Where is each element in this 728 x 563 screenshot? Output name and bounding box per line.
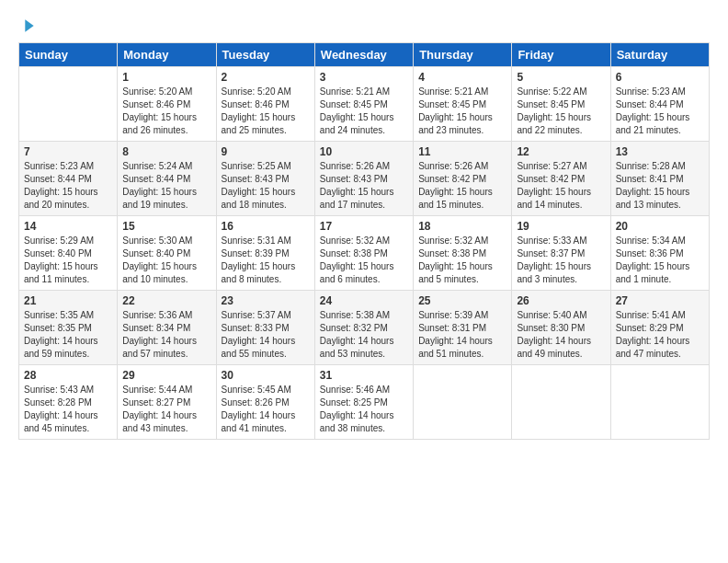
day-info: Sunrise: 5:23 AM Sunset: 8:44 PM Dayligh… — [24, 160, 112, 212]
day-info: Sunrise: 5:43 AM Sunset: 8:28 PM Dayligh… — [24, 384, 112, 435]
day-info: Sunrise: 5:36 AM Sunset: 8:34 PM Dayligh… — [122, 309, 210, 361]
day-info: Sunrise: 5:46 AM Sunset: 8:25 PM Dayligh… — [320, 384, 408, 435]
col-thursday: Thursday — [414, 43, 512, 67]
day-info: Sunrise: 5:40 AM Sunset: 8:30 PM Dayligh… — [517, 309, 605, 361]
day-number: 10 — [320, 145, 408, 158]
table-row: 24Sunrise: 5:38 AM Sunset: 8:32 PM Dayli… — [314, 291, 413, 365]
day-number: 25 — [418, 294, 506, 307]
table-row — [610, 365, 709, 440]
table-row — [512, 365, 610, 440]
table-row: 11Sunrise: 5:26 AM Sunset: 8:42 PM Dayli… — [414, 142, 512, 216]
table-row: 28Sunrise: 5:43 AM Sunset: 8:28 PM Dayli… — [19, 365, 118, 440]
day-number: 5 — [517, 71, 605, 84]
day-info: Sunrise: 5:32 AM Sunset: 8:38 PM Dayligh… — [320, 235, 408, 286]
svg-marker-0 — [25, 19, 33, 31]
day-info: Sunrise: 5:39 AM Sunset: 8:31 PM Dayligh… — [418, 309, 506, 361]
day-number: 24 — [320, 294, 408, 307]
calendar-week-row: 28Sunrise: 5:43 AM Sunset: 8:28 PM Dayli… — [19, 365, 710, 440]
day-info: Sunrise: 5:37 AM Sunset: 8:33 PM Dayligh… — [222, 309, 310, 361]
day-info: Sunrise: 5:30 AM Sunset: 8:40 PM Dayligh… — [122, 235, 210, 286]
table-row: 27Sunrise: 5:41 AM Sunset: 8:29 PM Dayli… — [610, 291, 709, 365]
col-sunday: Sunday — [19, 43, 118, 67]
table-row: 25Sunrise: 5:39 AM Sunset: 8:31 PM Dayli… — [414, 291, 512, 365]
calendar-header-row: Sunday Monday Tuesday Wednesday Thursday… — [19, 43, 710, 67]
table-row: 21Sunrise: 5:35 AM Sunset: 8:35 PM Dayli… — [19, 291, 118, 365]
day-number: 22 — [122, 294, 210, 307]
day-number: 19 — [517, 220, 605, 233]
day-info: Sunrise: 5:32 AM Sunset: 8:38 PM Dayligh… — [418, 235, 506, 286]
calendar-week-row: 1Sunrise: 5:20 AM Sunset: 8:46 PM Daylig… — [19, 67, 710, 142]
table-row: 7Sunrise: 5:23 AM Sunset: 8:44 PM Daylig… — [19, 142, 118, 216]
table-row: 10Sunrise: 5:26 AM Sunset: 8:43 PM Dayli… — [314, 142, 413, 216]
day-info: Sunrise: 5:31 AM Sunset: 8:39 PM Dayligh… — [222, 235, 310, 286]
day-info: Sunrise: 5:20 AM Sunset: 8:46 PM Dayligh… — [222, 86, 310, 137]
day-info: Sunrise: 5:21 AM Sunset: 8:45 PM Dayligh… — [418, 86, 506, 137]
day-number: 31 — [320, 369, 408, 382]
day-number: 6 — [616, 71, 704, 84]
table-row: 5Sunrise: 5:22 AM Sunset: 8:45 PM Daylig… — [512, 67, 610, 142]
day-number: 30 — [222, 369, 310, 382]
table-row: 18Sunrise: 5:32 AM Sunset: 8:38 PM Dayli… — [414, 216, 512, 291]
table-row: 14Sunrise: 5:29 AM Sunset: 8:40 PM Dayli… — [19, 216, 118, 291]
day-number: 21 — [24, 294, 112, 307]
day-info: Sunrise: 5:45 AM Sunset: 8:26 PM Dayligh… — [222, 384, 310, 435]
logo-text — [18, 17, 39, 35]
day-info: Sunrise: 5:38 AM Sunset: 8:32 PM Dayligh… — [320, 309, 408, 361]
day-info: Sunrise: 5:27 AM Sunset: 8:42 PM Dayligh… — [517, 160, 605, 212]
day-number: 18 — [418, 220, 506, 233]
table-row: 9Sunrise: 5:25 AM Sunset: 8:43 PM Daylig… — [216, 142, 314, 216]
day-number: 29 — [122, 369, 210, 382]
table-row: 16Sunrise: 5:31 AM Sunset: 8:39 PM Dayli… — [216, 216, 314, 291]
day-number: 23 — [222, 294, 310, 307]
table-row: 30Sunrise: 5:45 AM Sunset: 8:26 PM Dayli… — [216, 365, 314, 440]
day-info: Sunrise: 5:21 AM Sunset: 8:45 PM Dayligh… — [320, 86, 408, 137]
day-number: 16 — [222, 220, 310, 233]
table-row: 20Sunrise: 5:34 AM Sunset: 8:36 PM Dayli… — [610, 216, 709, 291]
logo-icon — [20, 17, 39, 35]
table-row: 15Sunrise: 5:30 AM Sunset: 8:40 PM Dayli… — [118, 216, 216, 291]
day-info: Sunrise: 5:25 AM Sunset: 8:43 PM Dayligh… — [222, 160, 310, 212]
table-row: 6Sunrise: 5:23 AM Sunset: 8:44 PM Daylig… — [610, 67, 709, 142]
col-tuesday: Tuesday — [216, 43, 314, 67]
day-info: Sunrise: 5:41 AM Sunset: 8:29 PM Dayligh… — [616, 309, 704, 361]
day-number: 13 — [616, 145, 704, 158]
day-info: Sunrise: 5:29 AM Sunset: 8:40 PM Dayligh… — [24, 235, 112, 286]
table-row: 2Sunrise: 5:20 AM Sunset: 8:46 PM Daylig… — [216, 67, 314, 142]
day-number: 17 — [320, 220, 408, 233]
page: Sunday Monday Tuesday Wednesday Thursday… — [0, 0, 728, 449]
day-info: Sunrise: 5:34 AM Sunset: 8:36 PM Dayligh… — [616, 235, 704, 286]
col-saturday: Saturday — [610, 43, 709, 67]
logo — [18, 17, 39, 33]
day-info: Sunrise: 5:26 AM Sunset: 8:43 PM Dayligh… — [320, 160, 408, 212]
day-info: Sunrise: 5:20 AM Sunset: 8:46 PM Dayligh… — [122, 86, 210, 137]
table-row — [414, 365, 512, 440]
day-number: 12 — [517, 145, 605, 158]
table-row: 8Sunrise: 5:24 AM Sunset: 8:44 PM Daylig… — [118, 142, 216, 216]
day-number: 2 — [222, 71, 310, 84]
col-monday: Monday — [118, 43, 216, 67]
col-wednesday: Wednesday — [314, 43, 413, 67]
day-info: Sunrise: 5:28 AM Sunset: 8:41 PM Dayligh… — [616, 160, 704, 212]
calendar: Sunday Monday Tuesday Wednesday Thursday… — [18, 42, 710, 440]
day-info: Sunrise: 5:33 AM Sunset: 8:37 PM Dayligh… — [517, 235, 605, 286]
day-info: Sunrise: 5:24 AM Sunset: 8:44 PM Dayligh… — [122, 160, 210, 212]
table-row: 22Sunrise: 5:36 AM Sunset: 8:34 PM Dayli… — [118, 291, 216, 365]
table-row: 17Sunrise: 5:32 AM Sunset: 8:38 PM Dayli… — [314, 216, 413, 291]
day-number: 20 — [616, 220, 704, 233]
day-number: 9 — [222, 145, 310, 158]
table-row: 19Sunrise: 5:33 AM Sunset: 8:37 PM Dayli… — [512, 216, 610, 291]
calendar-week-row: 21Sunrise: 5:35 AM Sunset: 8:35 PM Dayli… — [19, 291, 710, 365]
day-number: 27 — [616, 294, 704, 307]
day-number: 14 — [24, 220, 112, 233]
day-number: 8 — [122, 145, 210, 158]
day-number: 4 — [418, 71, 506, 84]
day-info: Sunrise: 5:26 AM Sunset: 8:42 PM Dayligh… — [418, 160, 506, 212]
day-number: 11 — [418, 145, 506, 158]
day-number: 15 — [122, 220, 210, 233]
table-row: 31Sunrise: 5:46 AM Sunset: 8:25 PM Dayli… — [314, 365, 413, 440]
day-info: Sunrise: 5:35 AM Sunset: 8:35 PM Dayligh… — [24, 309, 112, 361]
day-number: 26 — [517, 294, 605, 307]
table-row: 13Sunrise: 5:28 AM Sunset: 8:41 PM Dayli… — [610, 142, 709, 216]
calendar-week-row: 14Sunrise: 5:29 AM Sunset: 8:40 PM Dayli… — [19, 216, 710, 291]
table-row: 26Sunrise: 5:40 AM Sunset: 8:30 PM Dayli… — [512, 291, 610, 365]
